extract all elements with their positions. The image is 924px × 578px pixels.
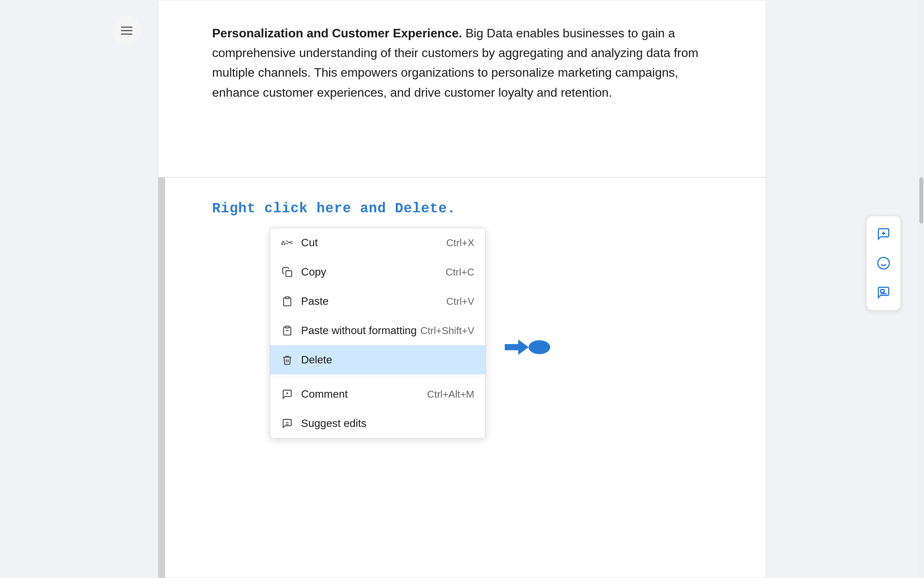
menu-divider-1 — [270, 377, 485, 377]
menu-icon-button[interactable] — [112, 16, 141, 45]
bottom-content-block: Right click here and Delete. — [158, 177, 766, 578]
svg-marker-12 — [505, 339, 529, 355]
context-menu-copy[interactable]: Copy Ctrl+C — [270, 257, 485, 287]
svg-point-15 — [878, 257, 889, 269]
hand-cursor — [505, 328, 551, 366]
paste-item-left: Paste — [281, 295, 329, 307]
svg-rect-3 — [286, 271, 292, 277]
add-comment-button[interactable] — [870, 221, 897, 247]
context-menu-comment[interactable]: Comment Ctrl+Alt+M — [270, 380, 485, 409]
context-menu-cut[interactable]: ✂ Cut Ctrl+X — [270, 228, 485, 257]
context-menu: ✂ Cut Ctrl+X Copy Ctrl+C — [270, 228, 485, 439]
svg-rect-18 — [881, 290, 884, 293]
copy-item-left: Copy — [281, 266, 326, 278]
delete-item-left: Delete — [281, 354, 332, 366]
image-comment-button[interactable] — [870, 279, 897, 306]
cut-shortcut: Ctrl+X — [446, 237, 474, 249]
paste-format-icon — [281, 324, 293, 337]
paste-no-format-label: Paste without formatting — [301, 324, 417, 337]
left-gray-bar — [158, 178, 165, 578]
top-content-block: Personalization and Customer Experience.… — [158, 0, 766, 177]
svg-point-11 — [529, 340, 550, 354]
scrollbar-track[interactable] — [919, 0, 924, 578]
paste-icon — [281, 295, 293, 307]
svg-rect-5 — [285, 326, 289, 328]
instruction-text: Right click here and Delete. — [212, 201, 712, 217]
paragraph-title: Personalization and Customer Experience. — [212, 26, 462, 40]
paragraph-text: Personalization and Customer Experience.… — [212, 24, 712, 102]
cut-item-left: ✂ Cut — [281, 237, 318, 249]
menu-line-1 — [121, 27, 132, 28]
comment-item-left: Comment — [281, 388, 348, 400]
cut-icon: ✂ — [281, 237, 293, 249]
paste-label: Paste — [301, 295, 329, 307]
suggest-icon — [281, 417, 293, 430]
copy-icon — [281, 266, 293, 278]
paste-shortcut: Ctrl+V — [446, 296, 474, 307]
context-menu-delete[interactable]: Delete — [270, 345, 485, 375]
copy-shortcut: Ctrl+C — [446, 266, 474, 278]
comment-icon — [281, 388, 293, 400]
menu-line-2 — [121, 30, 132, 31]
suggest-edits-left: Suggest edits — [281, 417, 367, 430]
cut-label: Cut — [301, 237, 318, 249]
paste-no-format-shortcut: Ctrl+Shift+V — [420, 325, 474, 337]
scrollbar-thumb[interactable] — [919, 177, 923, 223]
context-menu-paste[interactable]: Paste Ctrl+V — [270, 287, 485, 316]
copy-label: Copy — [301, 266, 326, 278]
context-menu-paste-no-format[interactable]: Paste without formatting Ctrl+Shift+V — [270, 316, 485, 345]
svg-rect-4 — [285, 297, 289, 299]
delete-icon — [281, 354, 293, 366]
menu-line-3 — [121, 34, 132, 35]
context-menu-suggest-edits[interactable]: Suggest edits — [270, 409, 485, 438]
delete-label: Delete — [301, 354, 332, 366]
page-wrapper: Personalization and Customer Experience.… — [0, 0, 924, 578]
comment-shortcut: Ctrl+Alt+M — [427, 388, 474, 400]
suggest-edits-label: Suggest edits — [301, 417, 367, 430]
paste-no-format-left: Paste without formatting — [281, 324, 417, 337]
add-emoji-button[interactable] — [870, 250, 897, 276]
right-sidebar — [866, 216, 901, 311]
comment-label: Comment — [301, 388, 348, 400]
menu-icon — [121, 27, 132, 35]
